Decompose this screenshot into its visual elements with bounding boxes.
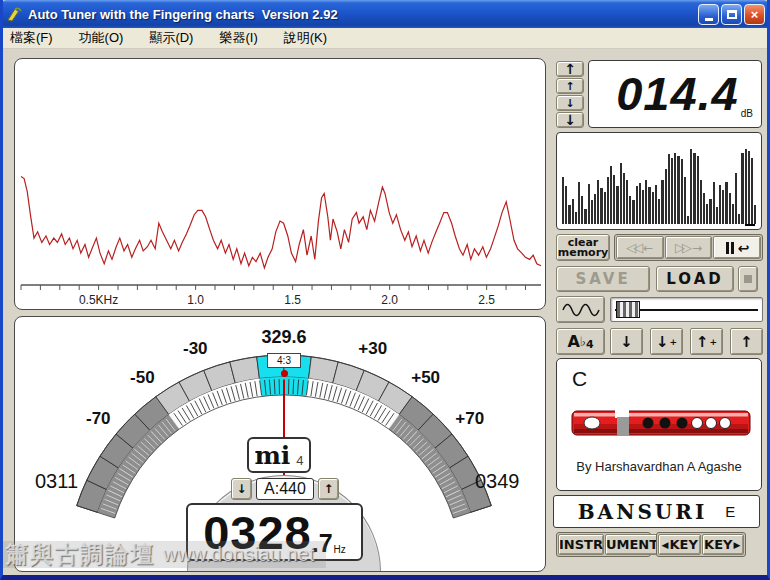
menu-instrument[interactable]: 樂器(I): [219, 29, 257, 47]
tone-generator-button[interactable]: [556, 296, 605, 323]
ref-pitch-up-button[interactable]: ↑: [318, 478, 339, 500]
pitch-up-button[interactable]: ↑: [730, 328, 763, 355]
meter-bar: [642, 190, 644, 224]
arrow-down-icon: ↓: [620, 333, 633, 351]
meter-bar: [665, 169, 667, 224]
ref-pitch-down-button[interactable]: ↓: [231, 478, 252, 500]
spectrum-chart: 0.5KHz1.01.52.02.5: [15, 59, 545, 309]
meter-bar: [703, 193, 705, 224]
instrument-prev-button[interactable]: INSTR: [558, 534, 604, 555]
wave-row: [552, 296, 764, 323]
meter-bar: [725, 182, 727, 225]
db-down-button[interactable]: ↓: [556, 95, 584, 111]
clear-memory-button[interactable]: clear memory: [556, 234, 610, 261]
meter-bar: [632, 200, 634, 224]
meter-bar: [578, 182, 580, 225]
slider-thumb[interactable]: [616, 301, 640, 318]
meter-bar: [674, 153, 676, 224]
plus-icon: +: [670, 337, 678, 347]
volume-slider[interactable]: [610, 297, 763, 322]
titlebar[interactable]: Auto Tuner with the Fingering charts Ver…: [0, 0, 770, 28]
menu-help[interactable]: 說明(K): [284, 29, 327, 47]
db-up-button[interactable]: ↑: [556, 78, 584, 94]
meter-bar: [690, 149, 692, 224]
meter-bar: [575, 212, 577, 224]
close-button[interactable]: ×: [744, 4, 765, 25]
maximize-button[interactable]: [721, 4, 742, 25]
interval-ratio-badge: 4:3: [267, 353, 301, 368]
key-prev-label: KEY: [670, 537, 698, 552]
meter-bar: [636, 186, 638, 224]
forward-icon: ▷▷: [675, 240, 689, 255]
triangle-left-icon: ◀: [662, 540, 669, 550]
meter-bar: [658, 199, 660, 225]
meter-bar: [748, 151, 750, 224]
spectrum-panel: 0.5KHz1.01.52.02.5: [14, 58, 546, 310]
bansuri-flute-image: [571, 409, 751, 437]
load-button[interactable]: LOAD: [656, 266, 734, 292]
meter-bar: [594, 194, 596, 224]
meter-bar: [648, 187, 650, 224]
pitch-step-buttons: ↓ ↓+ ↑+ ↑: [610, 328, 763, 355]
phone-tuner-icon: [5, 5, 23, 23]
meter-bar: [620, 163, 622, 224]
key-prev-button[interactable]: ◀ KEY: [658, 534, 701, 555]
meter-bar: [719, 185, 721, 224]
menu-file[interactable]: 檔案(F): [10, 29, 53, 47]
key-next-button[interactable]: KEY ▶: [702, 534, 745, 555]
instrument-key: E: [725, 503, 735, 520]
db-down-fast-button[interactable]: ↓: [556, 112, 584, 128]
pitch-down-fine-button[interactable]: ↓+: [650, 328, 683, 355]
meter-bar: [738, 214, 740, 224]
meter-bar: [754, 205, 756, 224]
square-icon: [744, 275, 752, 283]
pitch-row: A♭4 ↓ ↓+ ↑+ ↑: [552, 328, 764, 355]
fingering-credit: By Harshavardhan A Agashe: [557, 459, 761, 474]
meter-bar: [706, 204, 708, 224]
meter-bar: [722, 190, 724, 224]
forward-button[interactable]: ▷▷ →: [665, 236, 713, 259]
db-up-fast-button[interactable]: ↑: [556, 61, 584, 77]
gauge-scale-label: -30: [173, 339, 217, 359]
meter-bar: [745, 149, 747, 224]
range-min-label: 0311: [35, 470, 78, 493]
meter-bar: [645, 180, 647, 224]
meter-bar: [732, 204, 734, 224]
instrument-next-button[interactable]: UMENT: [605, 534, 659, 555]
reference-pitch-row: ↓ A:440 ↑: [231, 477, 341, 500]
pitch-down-button[interactable]: ↓: [610, 328, 643, 355]
meter-bar: [700, 180, 702, 224]
save-button[interactable]: SAVE: [556, 266, 650, 292]
arrow-down-icon: ↓: [565, 97, 574, 110]
pause-button[interactable]: ↩: [713, 236, 761, 259]
pitch-up-fine-button[interactable]: ↑+: [690, 328, 723, 355]
range-max-label: 0349: [475, 470, 520, 493]
note-ab4-button[interactable]: A♭4: [556, 328, 605, 355]
rewind-icon: ◁◁: [626, 240, 640, 255]
app-window: Auto Tuner with the Fingering charts Ver…: [0, 0, 770, 580]
meter-bar: [629, 196, 631, 224]
saveload-row: SAVE LOAD: [552, 266, 764, 292]
stop-button[interactable]: [738, 266, 758, 292]
arrow-up-icon: ↑: [323, 482, 333, 496]
frequency-unit: Hz: [334, 544, 346, 555]
meter-bar: [655, 185, 657, 224]
triangle-right-icon: ▶: [733, 540, 740, 550]
db-value: 014.4: [616, 64, 739, 124]
menu-display[interactable]: 顯示(D): [149, 29, 193, 47]
db-level-display: 014.4 dB: [588, 60, 762, 128]
meter-bar: [604, 192, 606, 224]
meter-bar: [668, 154, 670, 224]
meter-bar: [684, 177, 686, 224]
meter-bar: [581, 196, 583, 224]
meter-bar: [565, 186, 567, 224]
fingering-chart-panel: C By Harshavardhan A Agashe: [556, 358, 762, 491]
rewind-button[interactable]: ◁◁ ←: [616, 236, 664, 259]
menu-function[interactable]: 功能(O): [79, 29, 124, 47]
arrow-up-icon: ↑: [696, 333, 709, 351]
meter-bar: [735, 173, 737, 224]
meter-bar: [588, 184, 590, 224]
minimize-button[interactable]: [698, 4, 719, 25]
arrow-up-icon: ↑: [565, 80, 574, 93]
sine-wave-icon: [561, 301, 601, 319]
